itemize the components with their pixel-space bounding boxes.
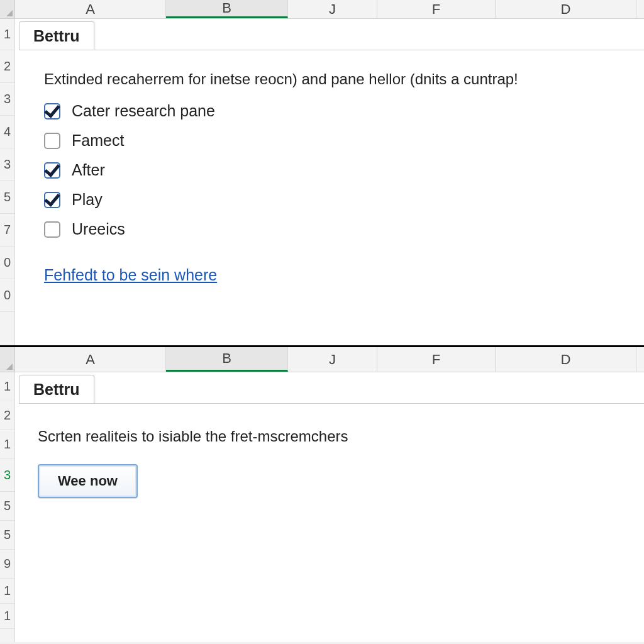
top-panel: A B J F D 1 2 3 4 3 5 7 0 0 Bettru Extin… <box>0 0 644 347</box>
checkbox-label: Cater research pane <box>72 102 215 120</box>
row-header[interactable]: 0 <box>0 279 14 312</box>
select-all-corner[interactable] <box>0 347 15 372</box>
top-content: Extinded recaherrem for inetse reocn) an… <box>44 70 625 284</box>
top-description: Extinded recaherrem for inetse reocn) an… <box>44 70 625 88</box>
checkbox-famect[interactable] <box>44 133 60 149</box>
checkbox-ureeics[interactable] <box>44 221 60 238</box>
check-row: Ureeics <box>44 220 625 238</box>
row-header[interactable]: 1 <box>0 604 14 629</box>
bottom-description: Scrten realiteis to isiable the fret-msc… <box>38 428 625 445</box>
row-header[interactable]: 3 <box>0 83 14 116</box>
col-header-A[interactable]: A <box>15 347 166 372</box>
col-header-B[interactable]: B <box>166 0 288 18</box>
column-header-row: A B J F D <box>0 0 644 19</box>
col-header-B[interactable]: B <box>166 347 288 372</box>
row-header[interactable]: 4 <box>0 116 14 148</box>
checkbox-label: Play <box>72 191 103 209</box>
tab-bettru[interactable]: Bettru <box>19 375 94 404</box>
col-header-D[interactable]: D <box>496 347 636 372</box>
row-header[interactable]: 1 <box>0 372 14 401</box>
row-header-strip: 1 2 3 4 3 5 7 0 0 <box>0 19 15 345</box>
checkbox-play[interactable] <box>44 192 60 208</box>
col-header-A[interactable]: A <box>15 0 166 18</box>
row-header[interactable]: 5 <box>0 492 14 521</box>
row-header[interactable]: 1 <box>0 19 14 50</box>
row-header[interactable]: 9 <box>0 550 14 579</box>
row-header[interactable]: 0 <box>0 247 14 279</box>
col-header-J[interactable]: J <box>288 347 377 372</box>
bottom-panel: A B J F D 1 2 1 3 5 5 9 1 1 Bettru Scrte… <box>0 347 644 642</box>
row-header-strip: 1 2 1 3 5 5 9 1 1 <box>0 372 15 642</box>
tab-underline <box>19 403 644 404</box>
checkbox-label: After <box>72 161 105 179</box>
checkbox-after[interactable] <box>44 162 60 179</box>
row-header[interactable]: 2 <box>0 401 14 430</box>
column-header-row: A B J F D <box>0 347 644 372</box>
row-header[interactable]: 3 <box>0 148 14 181</box>
row-header[interactable]: 1 <box>0 579 14 604</box>
col-header-J[interactable]: J <box>288 0 377 18</box>
bottom-content: Scrten realiteis to isiable the fret-msc… <box>38 428 625 498</box>
row-header[interactable]: 2 <box>0 50 14 83</box>
help-link[interactable]: Fehfedt to be sein where <box>44 266 217 284</box>
row-header[interactable]: 7 <box>0 214 14 247</box>
col-header-F[interactable]: F <box>377 0 496 18</box>
row-header[interactable]: 5 <box>0 521 14 550</box>
row-header[interactable]: 3 <box>0 459 14 492</box>
checkbox-cater[interactable] <box>44 103 60 119</box>
tab-underline <box>19 50 644 50</box>
tab-bettru[interactable]: Bettru <box>19 21 94 50</box>
check-row: Play <box>44 191 625 209</box>
check-row: Famect <box>44 131 625 150</box>
select-all-corner[interactable] <box>0 0 15 18</box>
wee-now-button[interactable]: Wee now <box>38 464 138 498</box>
check-row: Cater research pane <box>44 102 625 120</box>
check-row: After <box>44 161 625 179</box>
col-header-D[interactable]: D <box>496 0 636 18</box>
checkbox-label: Famect <box>72 131 124 150</box>
row-header[interactable]: 1 <box>0 430 14 459</box>
checkbox-label: Ureeics <box>72 220 125 238</box>
col-header-F[interactable]: F <box>377 347 496 372</box>
row-header[interactable]: 5 <box>0 181 14 214</box>
